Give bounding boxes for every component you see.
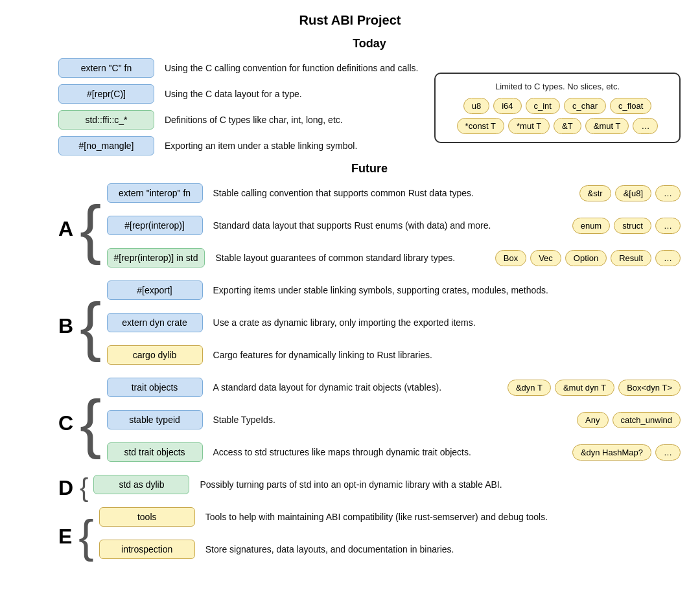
pill: &str bbox=[579, 185, 611, 201]
pill: &dyn T bbox=[508, 380, 551, 396]
section-rows-D: std as dylibPossibly turning parts of st… bbox=[93, 475, 681, 501]
pill: … bbox=[655, 444, 681, 461]
future-badge: cargo dylib bbox=[107, 345, 203, 365]
c-type-pill: &mut T bbox=[585, 118, 629, 134]
pill: Box bbox=[495, 250, 526, 266]
brace-C: { bbox=[80, 391, 101, 455]
future-desc: Standard data layout that supports Rust … bbox=[213, 220, 566, 231]
pill-group: &dyn HashMap?… bbox=[572, 444, 681, 461]
section-A: A{extern "interop" fnStable calling conv… bbox=[58, 183, 681, 274]
pill: &mut dyn T bbox=[555, 380, 614, 396]
pill: … bbox=[655, 218, 681, 234]
c-types-title: Limited to C types. No slices, etc. bbox=[446, 82, 669, 91]
pill: Result bbox=[611, 250, 651, 266]
brace-D: { bbox=[80, 475, 88, 501]
future-badge: std as dylib bbox=[93, 475, 189, 494]
section-B: B{#[export]Exporting items under stable … bbox=[58, 280, 681, 371]
c-type-pill: … bbox=[633, 118, 658, 134]
section-rows-C: trait objectsA standard data layout for … bbox=[107, 378, 681, 468]
future-row: #[repr(interop)] in stdStable layout gua… bbox=[107, 248, 681, 268]
section-label-A: A bbox=[58, 218, 73, 239]
c-type-pill: c_int bbox=[526, 98, 560, 114]
c-type-pill: *const T bbox=[457, 118, 504, 134]
pill-group: BoxVecOptionResult… bbox=[495, 250, 681, 266]
future-title: Future bbox=[58, 162, 681, 176]
future-row: #[export]Exporting items under stable li… bbox=[107, 280, 681, 300]
page-title: Rust ABI Project bbox=[19, 13, 681, 28]
future-row: toolsTools to help with maintaining ABI … bbox=[99, 507, 681, 527]
future-desc: Use a crate as dynamic library, only imp… bbox=[213, 317, 681, 328]
today-title: Today bbox=[58, 37, 681, 51]
future-desc: Tools to help with maintaining ABI compa… bbox=[205, 512, 681, 522]
future-desc: Exporting items under stable linking sym… bbox=[213, 285, 681, 295]
pill: &[u8] bbox=[615, 185, 651, 201]
future-badge: std trait objects bbox=[107, 442, 203, 462]
future-desc: Access to std structures like maps throu… bbox=[213, 447, 566, 457]
future-desc: Stable layout guarantees of common stand… bbox=[215, 253, 488, 263]
future-row: introspectionStore signatures, data layo… bbox=[99, 540, 681, 559]
section-label-D: D bbox=[58, 477, 73, 498]
brace-E: { bbox=[78, 514, 93, 559]
section-label-E: E bbox=[58, 526, 72, 547]
future-row: std as dylibPossibly turning parts of st… bbox=[93, 475, 681, 494]
today-badge: std::ffi::c_* bbox=[58, 110, 154, 130]
pill: Box<dyn T> bbox=[618, 380, 681, 396]
section-rows-B: #[export]Exporting items under stable li… bbox=[107, 280, 681, 371]
c-type-pill: i64 bbox=[493, 98, 521, 114]
future-badge: extern "interop" fn bbox=[107, 183, 203, 203]
future-row: extern dyn crateUse a crate as dynamic l… bbox=[107, 313, 681, 332]
pill-group: &str&[u8]… bbox=[579, 185, 681, 201]
pill: Any bbox=[577, 412, 608, 428]
pill-group: enumstruct… bbox=[572, 218, 681, 234]
today-badge: #[no_mangle] bbox=[58, 136, 154, 155]
future-row: stable typeidStable TypeIds.Anycatch_unw… bbox=[107, 410, 681, 429]
future-row: std trait objectsAccess to std structure… bbox=[107, 442, 681, 462]
pill: catch_unwind bbox=[612, 412, 681, 428]
future-desc: Possibly turning parts of std into an op… bbox=[200, 479, 681, 490]
section-label-C: C bbox=[58, 413, 73, 433]
today-badge: #[repr(C)] bbox=[58, 84, 154, 104]
future-desc: A standard data layout for dynamic trait… bbox=[213, 382, 501, 393]
future-badge: tools bbox=[99, 507, 195, 527]
today-desc: Using the C calling convention for funct… bbox=[165, 63, 681, 73]
pill: Vec bbox=[530, 250, 561, 266]
brace-A: { bbox=[80, 196, 101, 261]
c-types-box: Limited to C types. No slices, etc. u8i6… bbox=[434, 73, 681, 143]
pill: … bbox=[655, 185, 681, 201]
section-C: C{trait objectsA standard data layout fo… bbox=[58, 378, 681, 468]
pill: … bbox=[655, 250, 681, 266]
future-badge: stable typeid bbox=[107, 410, 203, 429]
section-rows-E: toolsTools to help with maintaining ABI … bbox=[99, 507, 681, 565]
section-rows-A: extern "interop" fnStable calling conven… bbox=[107, 183, 681, 274]
future-desc: Stable calling convention that supports … bbox=[213, 188, 573, 198]
future-desc: Stable TypeIds. bbox=[213, 415, 571, 425]
c-type-pill: c_float bbox=[610, 98, 651, 114]
pill-group: &dyn T&mut dyn TBox<dyn T> bbox=[508, 380, 681, 396]
future-badge: #[export] bbox=[107, 280, 203, 300]
future-badge: trait objects bbox=[107, 378, 203, 397]
pill: enum bbox=[572, 218, 611, 234]
section-E: E{toolsTools to help with maintaining AB… bbox=[58, 507, 681, 565]
future-desc: Cargo features for dynamically linking t… bbox=[213, 350, 681, 360]
future-badge: #[repr(interop)] bbox=[107, 216, 203, 235]
brace-B: { bbox=[80, 293, 101, 358]
future-row: cargo dylibCargo features for dynamicall… bbox=[107, 345, 681, 365]
section-D: D{std as dylibPossibly turning parts of … bbox=[58, 475, 681, 501]
future-desc: Store signatures, data layouts, and docu… bbox=[205, 544, 681, 554]
c-type-pill: *mut T bbox=[508, 118, 550, 134]
future-row: trait objectsA standard data layout for … bbox=[107, 378, 681, 397]
today-badge: extern "C" fn bbox=[58, 58, 154, 78]
future-badge: extern dyn crate bbox=[107, 313, 203, 332]
pill: &dyn HashMap? bbox=[572, 444, 651, 461]
future-badge: introspection bbox=[99, 540, 195, 559]
c-type-pill: c_char bbox=[564, 98, 606, 114]
future-badge: #[repr(interop)] in std bbox=[107, 248, 205, 268]
pill-group: Anycatch_unwind bbox=[577, 412, 681, 428]
c-type-pill: u8 bbox=[463, 98, 489, 114]
c-type-pill: &T bbox=[554, 118, 581, 134]
pill: struct bbox=[614, 218, 651, 234]
pill: Option bbox=[565, 250, 607, 266]
future-row: #[repr(interop)]Standard data layout tha… bbox=[107, 216, 681, 235]
section-label-B: B bbox=[58, 315, 73, 336]
future-row: extern "interop" fnStable calling conven… bbox=[107, 183, 681, 203]
